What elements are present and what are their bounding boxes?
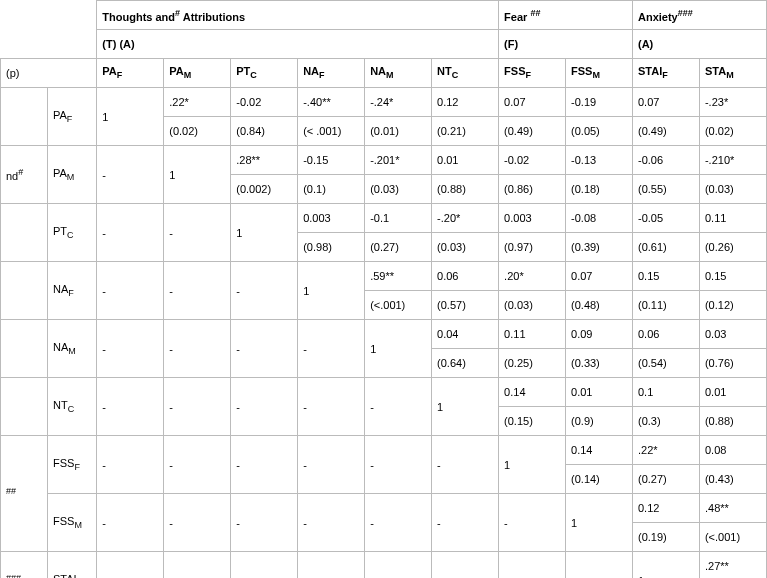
- table-row: nd#PAM-1.28**-0.15-.201*0.01-0.02-0.13-0…: [1, 146, 767, 175]
- cell-r: 0.06: [633, 320, 700, 349]
- row-label: NTC: [47, 378, 96, 436]
- cell-r: -: [97, 146, 164, 204]
- cell-r: -: [298, 552, 365, 579]
- row-label: FSSF: [47, 436, 96, 494]
- cell-r: -: [365, 378, 432, 436]
- cell-p: (0.97): [499, 233, 566, 262]
- cell-p: (<.001): [365, 291, 432, 320]
- cell-p: (0.01): [365, 117, 432, 146]
- cell-p: (0.03): [365, 175, 432, 204]
- cell-r: -: [298, 494, 365, 552]
- cell-r: -: [231, 436, 298, 494]
- row-group-label: [1, 262, 48, 320]
- row-group-label: ###: [1, 552, 48, 579]
- cell-r: -: [231, 378, 298, 436]
- cell-r: 0.03: [699, 320, 766, 349]
- cell-r: -: [97, 436, 164, 494]
- subheader-ta: (T) (A): [97, 30, 499, 59]
- cell-p: (0.02): [164, 117, 231, 146]
- cell-p: (0.03): [699, 175, 766, 204]
- cell-p: (<.001): [699, 523, 766, 552]
- cell-p: (0.14): [566, 465, 633, 494]
- cell-r: .22*: [164, 88, 231, 117]
- col-1: PAM: [164, 59, 231, 88]
- cell-r: .59**: [365, 262, 432, 291]
- cell-r: -.201*: [365, 146, 432, 175]
- row-group-label: [1, 320, 48, 378]
- row-label: NAF: [47, 262, 96, 320]
- cell-r: -: [97, 320, 164, 378]
- cell-r: -: [164, 436, 231, 494]
- cell-p: (0.21): [432, 117, 499, 146]
- group-header-fear: Fear ##: [499, 1, 633, 30]
- cell-p: (0.03): [432, 233, 499, 262]
- cell-r: -: [97, 378, 164, 436]
- column-headers: (p) PAF PAM PTC NAF NAM NTC FSSF FSSM ST…: [1, 59, 767, 88]
- cell-r: -0.08: [566, 204, 633, 233]
- cell-r: .28**: [231, 146, 298, 175]
- table-body: PAF1.22*-0.02-.40**-.24*0.120.07-0.190.0…: [1, 88, 767, 579]
- table-row: NAF---1.59**0.06.20*0.070.150.15: [1, 262, 767, 291]
- cell-r: -: [432, 436, 499, 494]
- cell-p: (0.15): [499, 407, 566, 436]
- cell-p: (0.64): [432, 349, 499, 378]
- cell-r: -: [499, 552, 566, 579]
- cell-p: (0.57): [432, 291, 499, 320]
- cell-r: 0.15: [633, 262, 700, 291]
- table-row: NAM----10.040.110.090.060.03: [1, 320, 767, 349]
- cell-r: -: [298, 436, 365, 494]
- cell-r: -: [365, 552, 432, 579]
- corner-label: (p): [1, 59, 97, 88]
- table-row: PTC--10.003-0.1-.20*0.003-0.08-0.050.11: [1, 204, 767, 233]
- cell-r: -0.19: [566, 88, 633, 117]
- cell-r: -.23*: [699, 88, 766, 117]
- cell-r: 1: [499, 436, 566, 494]
- cell-r: -: [164, 552, 231, 579]
- cell-r: 0.14: [499, 378, 566, 407]
- cell-r: -: [298, 320, 365, 378]
- col-0: PAF: [97, 59, 164, 88]
- col-3: NAF: [298, 59, 365, 88]
- cell-r: .48**: [699, 494, 766, 523]
- cell-r: -: [97, 204, 164, 262]
- cell-r: 0.003: [499, 204, 566, 233]
- col-8: STAIF: [633, 59, 700, 88]
- row-group-label: [1, 204, 48, 262]
- cell-p: (0.86): [499, 175, 566, 204]
- cell-r: 0.07: [566, 262, 633, 291]
- cell-r: 1: [298, 262, 365, 320]
- cell-r: -0.15: [298, 146, 365, 175]
- cell-r: 0.1: [633, 378, 700, 407]
- row-group-label: nd#: [1, 146, 48, 204]
- cell-p: (0.48): [566, 291, 633, 320]
- cell-p: (0.26): [699, 233, 766, 262]
- cell-r: 0.01: [566, 378, 633, 407]
- cell-r: -: [164, 262, 231, 320]
- cell-r: -.20*: [432, 204, 499, 233]
- table-row: PAF1.22*-0.02-.40**-.24*0.120.07-0.190.0…: [1, 88, 767, 117]
- cell-r: -: [365, 494, 432, 552]
- cell-r: 0.08: [699, 436, 766, 465]
- cell-r: -: [164, 320, 231, 378]
- cell-r: -: [97, 262, 164, 320]
- cell-r: -: [164, 378, 231, 436]
- cell-r: -: [231, 320, 298, 378]
- cell-p: (0.88): [699, 407, 766, 436]
- cell-r: -: [432, 494, 499, 552]
- row-label: PAF: [47, 88, 96, 146]
- cell-r: 0.04: [432, 320, 499, 349]
- cell-p: (0.39): [566, 233, 633, 262]
- cell-r: -: [97, 552, 164, 579]
- row-label: PTC: [47, 204, 96, 262]
- cell-r: -: [164, 204, 231, 262]
- cell-r: -: [231, 262, 298, 320]
- table-row: ###STAIF--------1.27**: [1, 552, 767, 579]
- cell-p: (0.98): [298, 233, 365, 262]
- cell-r: -: [499, 494, 566, 552]
- cell-r: 1: [231, 204, 298, 262]
- cell-r: -0.02: [231, 88, 298, 117]
- row-group-label: [1, 378, 48, 436]
- cell-p: (0.3): [633, 407, 700, 436]
- cell-p: (0.002): [231, 175, 298, 204]
- table-row: FSSM-------10.12.48**: [1, 494, 767, 523]
